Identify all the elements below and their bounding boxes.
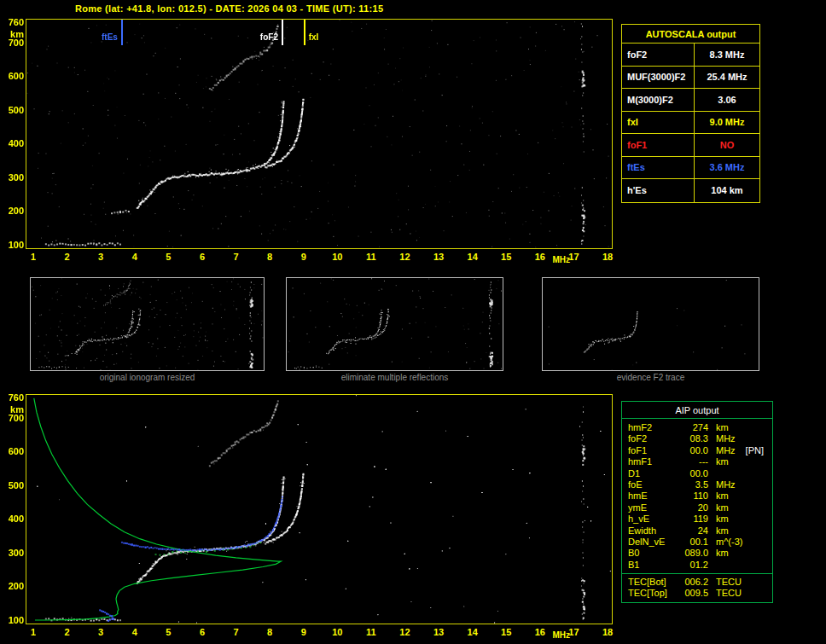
thumbnail-caption-no-multiples: eliminate multiple reflections <box>286 373 503 382</box>
aip-row-ymE: ymE20km <box>622 502 772 513</box>
y-axis-tick: 400 <box>2 513 24 524</box>
thumbnail-original <box>30 277 265 371</box>
autoscala-param-value: 8.3 MHz <box>695 44 759 66</box>
x-axis-tick: 13 <box>433 627 444 637</box>
aip-param-unit: MHz <box>716 433 736 444</box>
aip-param-unit: km <box>716 422 729 433</box>
aip-param-value: 009.5 <box>679 588 708 599</box>
y-axis-tick: 300 <box>2 172 24 183</box>
aip-param-label: ymE <box>628 502 679 513</box>
x-axis-tick: 18 <box>602 252 613 262</box>
aip-param-value: 119 <box>679 513 708 525</box>
aip-param-value: 24 <box>679 525 708 537</box>
autoscala-param-value: 3.6 MHz <box>695 157 759 179</box>
x-axis-tick: 15 <box>501 627 511 637</box>
x-axis-tick: 9 <box>301 252 306 262</box>
autoscala-param-label: foF2 <box>622 44 695 66</box>
aip-param-unit: km <box>716 502 729 513</box>
aip-param-label: TEC[Bot] <box>628 577 679 588</box>
x-axis-tick: 8 <box>267 627 272 637</box>
aip-row-B1: B101.2 <box>622 560 772 571</box>
autoscala-row-foF2: foF28.3 MHz <box>622 44 759 67</box>
x-axis-tick: 8 <box>267 252 272 262</box>
x-axis-tick: 13 <box>433 252 444 262</box>
x-axis-tick: 14 <box>468 627 478 637</box>
aip-param-label: D1 <box>628 468 679 479</box>
autoscala-param-label: ftEs <box>622 157 695 179</box>
autoscala-param-value: 3.06 <box>695 89 759 111</box>
aip-row-foF2: foF208.3MHz <box>622 433 772 444</box>
aip-tec-separator <box>622 573 772 574</box>
autoscala-param-value: 9.0 MHz <box>695 112 759 134</box>
x-axis-tick: 7 <box>233 627 238 637</box>
thumbnail-no-multiples <box>286 277 503 371</box>
y-axis-tick: 760 <box>2 17 24 27</box>
aip-param-unit: MHz <box>716 479 736 490</box>
aip-row-foF1: foF100.0MHz[PN] <box>622 445 772 456</box>
x-axis-tick: 3 <box>98 627 103 637</box>
autoscala-param-label: h'Es <box>622 179 695 202</box>
x-axis-unit: MHz <box>552 630 570 640</box>
x-axis-tick: 4 <box>132 627 137 637</box>
marker-line-ftEs <box>121 20 123 45</box>
aip-row-hmE: hmE110km <box>622 490 772 502</box>
x-axis-tick: 2 <box>65 627 70 637</box>
thumbnail-canvas-no-multiples <box>287 278 503 370</box>
autoscala-param-label: fxI <box>622 112 695 134</box>
x-axis-tick: 15 <box>501 252 511 262</box>
x-axis-tick: 9 <box>301 627 306 637</box>
profilogram-canvas <box>26 395 612 624</box>
aip-param-label: foE <box>628 479 679 490</box>
x-axis-tick: 18 <box>602 627 613 637</box>
x-axis-tick: 6 <box>200 627 205 637</box>
y-axis-tick: 400 <box>2 138 24 148</box>
autoscala-param-label: M(3000)F2 <box>622 89 695 111</box>
x-axis-tick: 14 <box>468 252 478 262</box>
aip-param-value: 01.2 <box>679 560 708 571</box>
ionogram-plot: ftEsfoF2fxI <box>26 19 613 249</box>
aip-param-value: 110 <box>679 490 708 502</box>
aip-param-label: Ewidth <box>628 525 679 537</box>
x-axis-tick: 17 <box>568 627 579 637</box>
aip-param-unit: TECU <box>716 577 742 588</box>
aip-param-label: TEC[Top] <box>628 588 679 599</box>
marker-label-ftEs: ftEs <box>85 32 118 42</box>
x-axis-tick: 4 <box>132 252 137 262</box>
y-axis-unit: km <box>2 29 24 39</box>
autoscala-param-value: 25.4 MHz <box>695 67 759 89</box>
aip-row-hmF2: hmF2274km <box>622 422 772 433</box>
thumbnail-f2-trace <box>542 277 759 371</box>
marker-label-foF2: foF2 <box>246 32 278 42</box>
x-axis-tick: 1 <box>31 252 36 262</box>
aip-param-unit: km <box>716 548 729 559</box>
aip-row-DelN_vE: DelN_vE00.1m^(-3) <box>622 537 772 548</box>
thumbnail-caption-f2-trace: evidence F2 trace <box>542 373 759 382</box>
autoscala-row-M(3000)F2: M(3000)F23.06 <box>622 89 759 112</box>
autoscala-row-h'Es: h'Es104 km <box>622 179 759 202</box>
aip-title: AIP output <box>622 402 772 419</box>
aip-param-value: 274 <box>679 422 708 433</box>
x-axis-tick: 10 <box>332 252 342 262</box>
page-title: Rome (lat: +41.8, lon: 012.5) - DATE: 20… <box>75 3 383 14</box>
aip-param-label: DelN_vE <box>628 537 679 548</box>
autoscala-title: AUTOSCALA output <box>622 25 759 44</box>
aip-row-D1: D100.0 <box>622 468 772 479</box>
x-axis-tick: 11 <box>366 627 376 637</box>
aip-param-unit: km <box>716 456 729 467</box>
y-axis-tick: 500 <box>2 480 24 490</box>
autoscala-row-foF1: foF1NO <box>622 134 759 157</box>
x-axis-tick: 16 <box>535 627 545 637</box>
aip-param-unit: TECU <box>716 588 742 599</box>
aip-param-label: hmE <box>628 490 679 502</box>
x-axis-tick: 10 <box>332 627 342 637</box>
x-axis-tick: 12 <box>399 627 410 637</box>
aip-param-value: 00.0 <box>679 468 708 479</box>
autoscala-rows: foF28.3 MHzMUF(3000)F225.4 MHzM(3000)F23… <box>622 44 759 202</box>
y-axis-tick: 600 <box>2 446 24 456</box>
aip-param-unit: km <box>716 525 729 537</box>
autoscala-param-label: foF1 <box>622 134 695 156</box>
aip-row-Ewidth: Ewidth24km <box>622 525 772 537</box>
aip-param-value: 08.3 <box>679 433 708 444</box>
x-axis-tick: 5 <box>166 627 171 637</box>
autoscala-row-ftEs: ftEs3.6 MHz <box>622 157 759 180</box>
